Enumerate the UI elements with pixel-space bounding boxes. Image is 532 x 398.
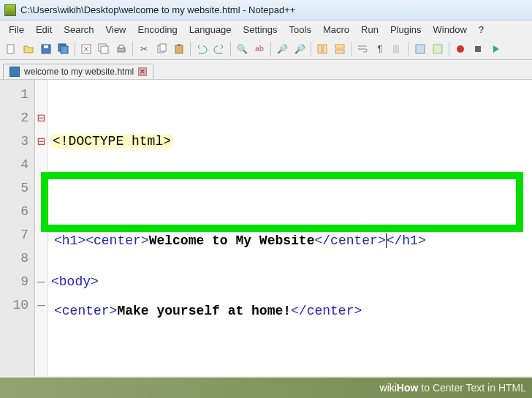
- svg-rect-16: [335, 45, 344, 48]
- svg-rect-15: [323, 45, 327, 53]
- sync-hscroll-icon[interactable]: [332, 41, 348, 57]
- save-icon[interactable]: [38, 41, 54, 57]
- cut-icon[interactable]: ✂: [136, 41, 152, 57]
- svg-rect-18: [416, 45, 425, 53]
- save-all-icon[interactable]: [56, 41, 72, 57]
- copy-icon[interactable]: [153, 41, 170, 57]
- svg-rect-13: [178, 44, 180, 46]
- doc-map-icon[interactable]: [430, 41, 446, 57]
- svg-rect-21: [475, 46, 481, 52]
- title-bar: C:\Users\wikih\Desktop\welcome to my web…: [0, 0, 532, 20]
- fold-guide: –: [35, 270, 48, 293]
- line-number: 9: [0, 270, 28, 293]
- svg-rect-11: [160, 44, 166, 51]
- menu-macro[interactable]: Macro: [317, 23, 355, 37]
- line-number: 2: [0, 106, 28, 129]
- code-text: Welcome to My Website: [149, 233, 315, 248]
- play-macro-icon[interactable]: [487, 41, 503, 57]
- svg-point-20: [457, 45, 464, 53]
- window-title: C:\Users\wikih\Desktop\welcome to my web…: [20, 4, 295, 15]
- svg-rect-2: [44, 45, 48, 48]
- fold-toggle-icon[interactable]: ⊟: [35, 129, 48, 153]
- svg-rect-12: [175, 45, 183, 53]
- toolbar-separator: [351, 42, 352, 56]
- code-token: </center>: [291, 304, 362, 318]
- line-number: 3: [0, 129, 28, 153]
- menu-plugins[interactable]: Plugins: [384, 23, 428, 37]
- toolbar-separator: [408, 42, 409, 56]
- line-number: 6: [0, 200, 28, 223]
- line-number-gutter: 1 2 3 4 5 6 7 8 9 10: [0, 80, 35, 376]
- redo-icon[interactable]: [211, 41, 227, 57]
- close-all-icon[interactable]: [96, 41, 112, 57]
- line-number: 10: [0, 293, 28, 317]
- toolbar-separator: [270, 42, 271, 56]
- code-text: Make yourself at home!: [117, 304, 291, 318]
- function-list-icon[interactable]: [412, 41, 428, 57]
- indent-guide-icon[interactable]: [390, 41, 406, 57]
- menu-tools[interactable]: Tools: [284, 23, 317, 37]
- record-macro-icon[interactable]: [452, 41, 468, 57]
- toolbar: ✂ 🔍 ab 🔎 🔎 ¶: [0, 38, 532, 60]
- code-token: <!DOCTYPE html>: [51, 134, 172, 149]
- menu-encoding[interactable]: Encoding: [132, 23, 183, 37]
- menu-view[interactable]: View: [100, 23, 132, 37]
- toolbar-separator: [230, 42, 231, 56]
- menu-search[interactable]: Search: [58, 23, 99, 37]
- toolbar-separator: [190, 42, 191, 56]
- menu-help[interactable]: ?: [473, 23, 490, 37]
- code-token: </h1>: [387, 233, 426, 248]
- new-file-icon[interactable]: [3, 41, 19, 57]
- menu-run[interactable]: Run: [355, 23, 384, 37]
- menu-file[interactable]: File: [3, 23, 30, 37]
- svg-rect-14: [318, 45, 322, 53]
- fold-guide: –: [35, 293, 48, 317]
- tab-label: welcome to my website.html: [24, 67, 134, 77]
- replace-icon[interactable]: ab: [251, 41, 267, 57]
- line-number: 7: [0, 223, 28, 247]
- disk-icon: [10, 67, 20, 77]
- print-icon[interactable]: [113, 41, 129, 57]
- watermark-brand-pre: wiki: [380, 382, 397, 394]
- line-number: 1: [0, 83, 28, 106]
- menu-bar: File Edit Search View Encoding Language …: [0, 20, 532, 38]
- file-tab[interactable]: welcome to my website.html ✕: [3, 64, 153, 79]
- zoom-in-icon[interactable]: 🔎: [274, 41, 290, 57]
- toolbar-separator: [311, 42, 311, 56]
- open-file-icon[interactable]: [20, 41, 37, 57]
- svg-rect-4: [61, 46, 68, 53]
- svg-rect-9: [119, 45, 123, 48]
- menu-language[interactable]: Language: [183, 23, 238, 37]
- fold-toggle-icon[interactable]: ⊟: [35, 106, 48, 129]
- svg-rect-19: [433, 45, 442, 53]
- code-token: <center>: [54, 304, 117, 318]
- toolbar-separator: [449, 42, 449, 56]
- find-icon[interactable]: 🔍: [234, 41, 250, 57]
- menu-window[interactable]: Window: [428, 23, 473, 37]
- zoom-out-icon[interactable]: 🔎: [292, 41, 308, 57]
- menu-edit[interactable]: Edit: [30, 23, 58, 37]
- watermark-brand-post: How: [397, 382, 419, 394]
- svg-rect-17: [335, 50, 344, 53]
- watermark-caption: to Center Text in HTML: [418, 382, 526, 394]
- svg-rect-7: [101, 46, 108, 53]
- sync-vscroll-icon[interactable]: [314, 41, 330, 57]
- wordwrap-icon[interactable]: [354, 41, 370, 57]
- svg-rect-0: [7, 45, 14, 53]
- stop-macro-icon[interactable]: [470, 41, 486, 57]
- close-file-icon[interactable]: [78, 41, 94, 57]
- toolbar-separator: [132, 42, 133, 56]
- watermark-bar: wikiHow to Center Text in HTML: [0, 378, 532, 398]
- undo-icon[interactable]: [194, 41, 210, 57]
- tutorial-highlight-box: <h1><center>Welcome to My Website</cente…: [41, 172, 523, 232]
- code-token: </center>: [314, 233, 385, 248]
- line-number: 4: [0, 153, 28, 176]
- toolbar-separator: [75, 42, 75, 56]
- line-number: 8: [0, 247, 28, 270]
- menu-settings[interactable]: Settings: [238, 23, 284, 37]
- show-all-chars-icon[interactable]: ¶: [372, 41, 388, 57]
- close-tab-icon[interactable]: ✕: [138, 67, 147, 76]
- tab-bar: welcome to my website.html ✕: [0, 60, 532, 79]
- paste-icon[interactable]: [171, 41, 187, 57]
- editor-area[interactable]: 1 2 3 4 5 6 7 8 9 10 ⊟ ⊟ – – <!DOCTYPE h…: [0, 79, 532, 376]
